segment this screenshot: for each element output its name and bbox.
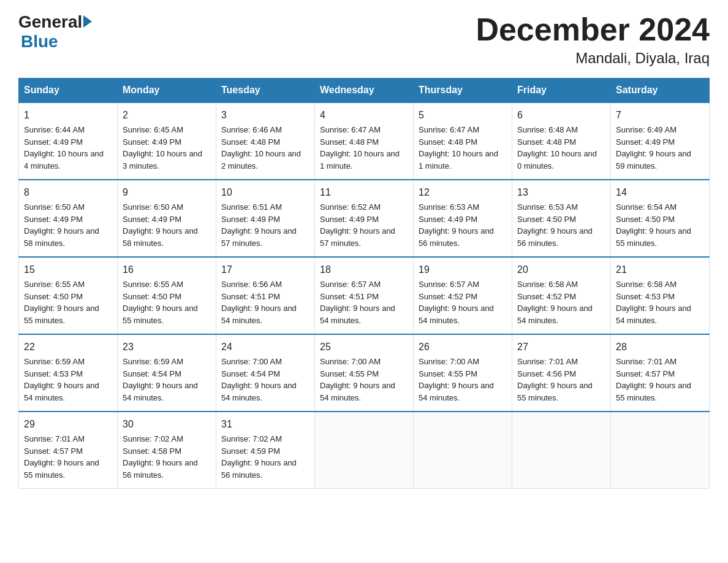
- day-number: 26: [419, 340, 507, 354]
- calendar-cell: 17 Sunrise: 6:56 AMSunset: 4:51 PMDaylig…: [216, 257, 315, 334]
- calendar-cell: 25 Sunrise: 7:00 AMSunset: 4:55 PMDaylig…: [315, 334, 414, 412]
- calendar-cell: 26 Sunrise: 7:00 AMSunset: 4:55 PMDaylig…: [414, 334, 512, 412]
- day-info: Sunrise: 6:53 AMSunset: 4:50 PMDaylight:…: [517, 202, 593, 248]
- calendar-cell: 4 Sunrise: 6:47 AMSunset: 4:48 PMDayligh…: [315, 102, 414, 180]
- day-number: 9: [123, 185, 211, 200]
- calendar-header-row: SundayMondayTuesdayWednesdayThursdayFrid…: [19, 79, 710, 103]
- calendar-cell: [512, 412, 611, 489]
- day-info: Sunrise: 6:50 AMSunset: 4:49 PMDaylight:…: [24, 202, 99, 248]
- day-number: 25: [320, 340, 408, 354]
- calendar-cell: 19 Sunrise: 6:57 AMSunset: 4:52 PMDaylig…: [414, 257, 512, 334]
- calendar-week-row: 15 Sunrise: 6:55 AMSunset: 4:50 PMDaylig…: [19, 257, 710, 334]
- calendar-week-row: 1 Sunrise: 6:44 AMSunset: 4:49 PMDayligh…: [19, 102, 710, 180]
- calendar-cell: [315, 412, 414, 489]
- calendar-cell: 3 Sunrise: 6:46 AMSunset: 4:48 PMDayligh…: [216, 102, 315, 180]
- day-info: Sunrise: 6:48 AMSunset: 4:48 PMDaylight:…: [517, 125, 597, 170]
- day-info: Sunrise: 7:00 AMSunset: 4:54 PMDaylight:…: [221, 357, 297, 402]
- day-number: 27: [517, 340, 605, 354]
- calendar-cell: [414, 412, 512, 489]
- calendar-cell: 16 Sunrise: 6:55 AMSunset: 4:50 PMDaylig…: [118, 257, 216, 334]
- logo-arrow-icon: [83, 15, 92, 28]
- calendar-cell: 30 Sunrise: 7:02 AMSunset: 4:58 PMDaylig…: [118, 412, 216, 489]
- day-info: Sunrise: 6:50 AMSunset: 4:49 PMDaylight:…: [123, 202, 198, 248]
- calendar-cell: 10 Sunrise: 6:51 AMSunset: 4:49 PMDaylig…: [216, 180, 315, 257]
- logo-blue-text: Blue: [21, 32, 58, 52]
- day-info: Sunrise: 7:02 AMSunset: 4:59 PMDaylight:…: [221, 434, 297, 480]
- day-info: Sunrise: 6:51 AMSunset: 4:49 PMDaylight:…: [221, 202, 297, 248]
- day-number: 17: [221, 262, 309, 277]
- weekday-header-tuesday: Tuesday: [216, 79, 315, 103]
- calendar-cell: 13 Sunrise: 6:53 AMSunset: 4:50 PMDaylig…: [512, 180, 611, 257]
- day-info: Sunrise: 6:46 AMSunset: 4:48 PMDaylight:…: [221, 125, 301, 170]
- calendar-cell: 29 Sunrise: 7:01 AMSunset: 4:57 PMDaylig…: [19, 412, 118, 489]
- day-info: Sunrise: 6:57 AMSunset: 4:52 PMDaylight:…: [419, 280, 494, 325]
- day-info: Sunrise: 6:58 AMSunset: 4:52 PMDaylight:…: [517, 280, 593, 325]
- calendar-cell: 2 Sunrise: 6:45 AMSunset: 4:49 PMDayligh…: [118, 102, 216, 180]
- day-info: Sunrise: 6:57 AMSunset: 4:51 PMDaylight:…: [320, 280, 395, 325]
- day-number: 30: [123, 417, 211, 432]
- calendar-cell: 24 Sunrise: 7:00 AMSunset: 4:54 PMDaylig…: [216, 334, 315, 412]
- day-info: Sunrise: 7:01 AMSunset: 4:57 PMDaylight:…: [616, 357, 691, 402]
- logo-general-text: General: [18, 12, 82, 32]
- day-number: 14: [616, 185, 704, 200]
- day-number: 6: [517, 108, 605, 123]
- calendar-week-row: 22 Sunrise: 6:59 AMSunset: 4:53 PMDaylig…: [19, 334, 710, 412]
- day-number: 16: [123, 262, 211, 277]
- calendar-cell: 12 Sunrise: 6:53 AMSunset: 4:49 PMDaylig…: [414, 180, 512, 257]
- day-number: 3: [221, 108, 309, 123]
- calendar-cell: [611, 412, 710, 489]
- calendar-cell: 27 Sunrise: 7:01 AMSunset: 4:56 PMDaylig…: [512, 334, 611, 412]
- day-info: Sunrise: 7:01 AMSunset: 4:57 PMDaylight:…: [24, 434, 99, 480]
- calendar-cell: 9 Sunrise: 6:50 AMSunset: 4:49 PMDayligh…: [118, 180, 216, 257]
- day-info: Sunrise: 6:59 AMSunset: 4:54 PMDaylight:…: [123, 357, 198, 402]
- day-info: Sunrise: 7:00 AMSunset: 4:55 PMDaylight:…: [419, 357, 494, 402]
- calendar-cell: 7 Sunrise: 6:49 AMSunset: 4:49 PMDayligh…: [611, 102, 710, 180]
- day-number: 24: [221, 340, 309, 354]
- day-number: 28: [616, 340, 704, 354]
- day-number: 8: [24, 185, 112, 200]
- calendar-cell: 23 Sunrise: 6:59 AMSunset: 4:54 PMDaylig…: [118, 334, 216, 412]
- day-number: 2: [123, 108, 211, 123]
- calendar-cell: 20 Sunrise: 6:58 AMSunset: 4:52 PMDaylig…: [512, 257, 611, 334]
- calendar-cell: 18 Sunrise: 6:57 AMSunset: 4:51 PMDaylig…: [315, 257, 414, 334]
- day-info: Sunrise: 6:58 AMSunset: 4:53 PMDaylight:…: [616, 280, 691, 325]
- calendar-cell: 28 Sunrise: 7:01 AMSunset: 4:57 PMDaylig…: [611, 334, 710, 412]
- day-number: 31: [221, 417, 309, 432]
- calendar-table: SundayMondayTuesdayWednesdayThursdayFrid…: [18, 78, 710, 489]
- weekday-header-monday: Monday: [118, 79, 216, 103]
- calendar-cell: 14 Sunrise: 6:54 AMSunset: 4:50 PMDaylig…: [611, 180, 710, 257]
- calendar-cell: 5 Sunrise: 6:47 AMSunset: 4:48 PMDayligh…: [414, 102, 512, 180]
- day-number: 4: [320, 108, 408, 123]
- weekday-header-thursday: Thursday: [414, 79, 512, 103]
- calendar-cell: 21 Sunrise: 6:58 AMSunset: 4:53 PMDaylig…: [611, 257, 710, 334]
- day-info: Sunrise: 6:47 AMSunset: 4:48 PMDaylight:…: [419, 125, 498, 170]
- calendar-cell: 15 Sunrise: 6:55 AMSunset: 4:50 PMDaylig…: [19, 257, 118, 334]
- day-number: 15: [24, 262, 112, 277]
- day-number: 12: [419, 185, 507, 200]
- calendar-cell: 22 Sunrise: 6:59 AMSunset: 4:53 PMDaylig…: [19, 334, 118, 412]
- day-info: Sunrise: 6:56 AMSunset: 4:51 PMDaylight:…: [221, 280, 297, 325]
- day-number: 19: [419, 262, 507, 277]
- day-info: Sunrise: 7:02 AMSunset: 4:58 PMDaylight:…: [123, 434, 198, 480]
- calendar-cell: 6 Sunrise: 6:48 AMSunset: 4:48 PMDayligh…: [512, 102, 611, 180]
- page-header: General Blue December 2024 Mandali, Diya…: [18, 12, 710, 67]
- calendar-week-row: 8 Sunrise: 6:50 AMSunset: 4:49 PMDayligh…: [19, 180, 710, 257]
- page-subtitle: Mandali, Diyala, Iraq: [476, 50, 710, 67]
- weekday-header-friday: Friday: [512, 79, 611, 103]
- day-number: 20: [517, 262, 605, 277]
- calendar-cell: 8 Sunrise: 6:50 AMSunset: 4:49 PMDayligh…: [19, 180, 118, 257]
- day-number: 5: [419, 108, 507, 123]
- day-number: 10: [221, 185, 309, 200]
- day-info: Sunrise: 6:49 AMSunset: 4:49 PMDaylight:…: [616, 125, 691, 170]
- day-number: 23: [123, 340, 211, 354]
- day-info: Sunrise: 6:52 AMSunset: 4:49 PMDaylight:…: [320, 202, 395, 248]
- day-number: 29: [24, 417, 112, 432]
- day-number: 7: [616, 108, 704, 123]
- calendar-week-row: 29 Sunrise: 7:01 AMSunset: 4:57 PMDaylig…: [19, 412, 710, 489]
- day-info: Sunrise: 6:54 AMSunset: 4:50 PMDaylight:…: [616, 202, 691, 248]
- day-number: 22: [24, 340, 112, 354]
- day-info: Sunrise: 7:01 AMSunset: 4:56 PMDaylight:…: [517, 357, 593, 402]
- day-info: Sunrise: 6:45 AMSunset: 4:49 PMDaylight:…: [123, 125, 202, 170]
- logo: General Blue: [18, 12, 92, 52]
- day-info: Sunrise: 6:47 AMSunset: 4:48 PMDaylight:…: [320, 125, 400, 170]
